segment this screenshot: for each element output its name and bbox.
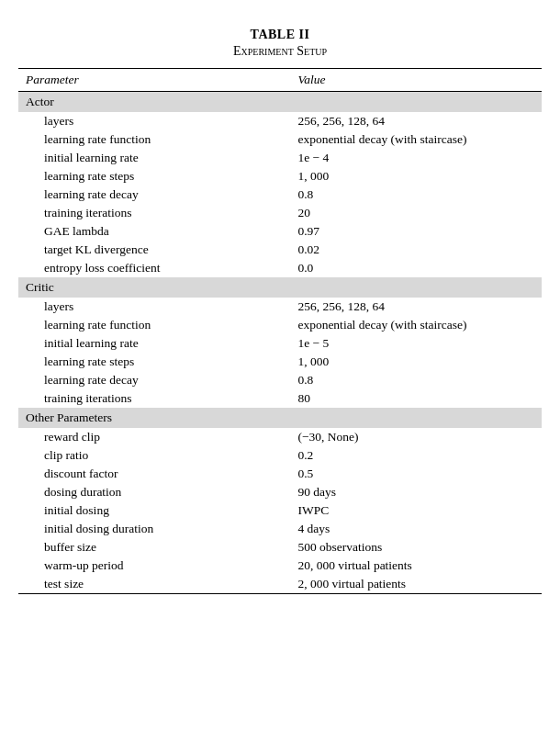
value-cell: 0.5 (290, 465, 542, 483)
table-header: Parameter Value (18, 69, 542, 92)
param-column-header: Parameter (18, 69, 290, 92)
value-cell: 90 days (290, 483, 542, 501)
param-cell: dosing duration (18, 483, 290, 501)
param-cell: warm-up period (18, 557, 290, 575)
param-cell: layers (18, 298, 290, 316)
table-row: reward clip(−30, None) (18, 428, 542, 446)
value-cell: 80 (290, 389, 542, 408)
value-cell: 500 observations (290, 538, 542, 557)
value-cell: 0.8 (290, 186, 542, 204)
param-cell: training iterations (18, 389, 290, 408)
param-cell: buffer size (18, 538, 290, 557)
param-cell: learning rate function (18, 130, 290, 149)
table-row: clip ratio0.2 (18, 446, 542, 465)
param-cell: entropy loss coefficient (18, 259, 290, 277)
value-cell: 1e − 4 (290, 149, 542, 167)
section-header-actor: Actor (18, 92, 542, 113)
value-cell: 1, 000 (290, 353, 542, 371)
value-cell: 2, 000 virtual patients (290, 575, 542, 594)
param-cell: layers (18, 112, 290, 130)
param-cell: learning rate steps (18, 353, 290, 371)
table-row: training iterations20 (18, 204, 542, 222)
table-row: discount factor0.5 (18, 465, 542, 483)
value-cell: 256, 256, 128, 64 (290, 298, 542, 316)
value-cell: 0.0 (290, 259, 542, 277)
param-cell: initial dosing duration (18, 520, 290, 538)
param-cell: GAE lambda (18, 222, 290, 241)
table-row: layers256, 256, 128, 64 (18, 112, 542, 130)
table-row: learning rate functionexponential decay … (18, 130, 542, 149)
value-cell: 0.97 (290, 222, 542, 241)
table-row: training iterations80 (18, 389, 542, 408)
value-cell: IWPC (290, 501, 542, 520)
param-cell: initial dosing (18, 501, 290, 520)
table-row: target KL divergence0.02 (18, 241, 542, 259)
table-subtitle: Experiment Setup (233, 44, 327, 59)
value-cell: exponential decay (with staircase) (290, 316, 542, 334)
param-cell: reward clip (18, 428, 290, 446)
table-row: learning rate decay0.8 (18, 186, 542, 204)
experiment-table: Parameter Value Actorlayers256, 256, 128… (18, 68, 542, 594)
value-cell: 256, 256, 128, 64 (290, 112, 542, 130)
value-cell: 1, 000 (290, 167, 542, 186)
param-cell: test size (18, 575, 290, 594)
table-row: learning rate steps1, 000 (18, 353, 542, 371)
table-row: dosing duration90 days (18, 483, 542, 501)
param-cell: learning rate decay (18, 371, 290, 389)
table-row: buffer size500 observations (18, 538, 542, 557)
value-cell: 4 days (290, 520, 542, 538)
param-cell: training iterations (18, 204, 290, 222)
table-row: entropy loss coefficient0.0 (18, 259, 542, 277)
param-cell: clip ratio (18, 446, 290, 465)
param-cell: target KL divergence (18, 241, 290, 259)
param-cell: discount factor (18, 465, 290, 483)
section-header-critic: Critic (18, 277, 542, 298)
value-cell: (−30, None) (290, 428, 542, 446)
value-cell: 0.02 (290, 241, 542, 259)
table-row: initial dosingIWPC (18, 501, 542, 520)
table-row: test size2, 000 virtual patients (18, 575, 542, 594)
param-cell: initial learning rate (18, 149, 290, 167)
table-row: learning rate functionexponential decay … (18, 316, 542, 334)
table-row: learning rate decay0.8 (18, 371, 542, 389)
value-cell: 20, 000 virtual patients (290, 557, 542, 575)
param-cell: learning rate steps (18, 167, 290, 186)
table-row: layers256, 256, 128, 64 (18, 298, 542, 316)
value-cell: 0.8 (290, 371, 542, 389)
value-cell: 1e − 5 (290, 334, 542, 353)
section-header-other-parameters: Other Parameters (18, 408, 542, 428)
param-cell: initial learning rate (18, 334, 290, 353)
table-row: learning rate steps1, 000 (18, 167, 542, 186)
value-cell: 0.2 (290, 446, 542, 465)
value-cell: 20 (290, 204, 542, 222)
value-column-header: Value (290, 69, 542, 92)
param-cell: learning rate decay (18, 186, 290, 204)
table-title: TABLE II (251, 28, 310, 42)
param-cell: learning rate function (18, 316, 290, 334)
table-row: initial learning rate1e − 5 (18, 334, 542, 353)
value-cell: exponential decay (with staircase) (290, 130, 542, 149)
table-row: GAE lambda0.97 (18, 222, 542, 241)
table-row: warm-up period20, 000 virtual patients (18, 557, 542, 575)
table-row: initial dosing duration4 days (18, 520, 542, 538)
table-row: initial learning rate1e − 4 (18, 149, 542, 167)
